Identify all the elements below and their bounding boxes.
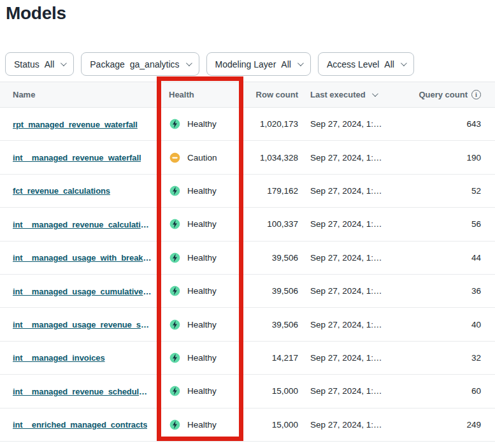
healthy-bolt-seal-icon <box>169 285 181 297</box>
chevron-down-icon <box>298 60 304 66</box>
health-status-label: Healthy <box>187 320 217 329</box>
table-row: int__managed_revenue_calculations Health… <box>0 208 495 241</box>
health-status-label: Healthy <box>187 386 217 396</box>
last-executed-cell: Sep 27, 2024, 1:… <box>301 119 397 129</box>
healthy-bolt-seal-icon <box>169 118 181 130</box>
model-name-link[interactable]: int__managed_revenue_calculations <box>13 220 152 229</box>
column-header-last-executed-label: Last executed <box>310 90 366 99</box>
table-row: int__managed_usage_revenue_sc… Healthy 3… <box>0 308 495 341</box>
filter-access-level[interactable]: Access Level All <box>318 52 414 76</box>
row-count-cell: 39,506 <box>244 286 301 296</box>
table-body: rpt_managed_revenue_waterfall Healthy 1,… <box>0 108 495 442</box>
filter-modeling-layer-value: All <box>281 59 291 69</box>
filter-status[interactable]: Status All <box>5 52 74 76</box>
last-executed-cell: Sep 27, 2024, 1:… <box>301 353 397 363</box>
table-row: int__enriched_managed_contracts Healthy … <box>0 408 495 442</box>
healthy-bolt-seal-icon <box>169 352 181 364</box>
column-header-row-count: Row count <box>244 90 301 99</box>
chevron-down-icon <box>401 60 407 66</box>
health-status-label: Healthy <box>187 119 217 129</box>
row-count-cell: 100,337 <box>244 219 301 229</box>
query-count-cell: 32 <box>397 353 495 363</box>
query-count-cell: 52 <box>397 186 495 196</box>
filter-access-level-value: All <box>384 59 394 69</box>
page-title: Models <box>6 3 66 24</box>
health-status-label: Healthy <box>187 186 217 196</box>
model-name-link[interactable]: rpt_managed_revenue_waterfall <box>13 120 138 129</box>
model-name-link[interactable]: int__managed_usage_revenue_sc… <box>13 320 152 329</box>
filter-modeling-layer[interactable]: Modeling Layer All <box>206 52 311 76</box>
health-status-label: Healthy <box>187 219 217 229</box>
model-name-link[interactable]: int__managed_invoices <box>13 353 105 363</box>
model-name-link[interactable]: int__managed_usage_cumulative_… <box>13 287 152 296</box>
query-count-cell: 44 <box>397 253 495 263</box>
filter-status-label: Status <box>14 59 39 69</box>
row-count-cell: 1,020,173 <box>244 119 301 129</box>
filter-access-level-label: Access Level <box>327 59 379 69</box>
healthy-bolt-seal-icon <box>169 185 181 197</box>
column-header-name: Name <box>0 90 156 99</box>
last-executed-cell: Sep 27, 2024, 1:… <box>301 386 397 396</box>
row-count-cell: 179,162 <box>244 186 301 196</box>
health-status-label: Healthy <box>187 253 217 263</box>
health-icon <box>169 352 181 364</box>
query-count-cell: 36 <box>397 286 495 296</box>
model-name-link[interactable]: int__managed_usage_with_breaka… <box>13 253 152 263</box>
filter-modeling-layer-label: Modeling Layer <box>215 59 276 69</box>
health-status-label: Caution <box>187 153 217 163</box>
model-name-link[interactable]: int__managed_revenue_schedule_… <box>13 387 152 396</box>
healthy-bolt-seal-icon <box>169 218 181 230</box>
last-executed-cell: Sep 27, 2024, 1:… <box>301 320 397 329</box>
filter-status-value: All <box>45 59 55 69</box>
row-count-cell: 1,034,328 <box>244 153 301 163</box>
chevron-down-icon <box>186 60 192 66</box>
query-count-cell: 60 <box>397 386 495 396</box>
last-executed-cell: Sep 27, 2024, 1:… <box>301 286 397 296</box>
healthy-bolt-seal-icon <box>169 419 181 431</box>
row-count-cell: 39,506 <box>244 253 301 263</box>
filter-package[interactable]: Package ga_analytics <box>81 52 199 76</box>
health-icon <box>169 252 181 264</box>
info-circle-icon[interactable]: i <box>471 90 481 99</box>
health-icon <box>169 152 181 164</box>
health-status-label: Healthy <box>187 286 217 296</box>
healthy-bolt-seal-icon <box>169 385 181 397</box>
last-executed-cell: Sep 27, 2024, 1:… <box>301 219 397 229</box>
filter-package-label: Package <box>90 59 124 69</box>
filter-bar: Status All Package ga_analytics Modeling… <box>5 52 414 76</box>
health-icon <box>169 319 181 331</box>
row-count-cell: 39,506 <box>244 320 301 329</box>
model-name-link[interactable]: fct_revenue_calculations <box>13 186 110 196</box>
query-count-cell: 56 <box>397 219 495 229</box>
health-status-label: Healthy <box>187 420 217 430</box>
caution-seal-icon <box>169 152 181 164</box>
health-icon <box>169 185 181 197</box>
healthy-bolt-seal-icon <box>169 252 181 264</box>
last-executed-cell: Sep 27, 2024, 1:… <box>301 420 397 430</box>
row-count-cell: 15,000 <box>244 386 301 396</box>
query-count-cell: 643 <box>397 119 495 129</box>
health-icon <box>169 118 181 130</box>
column-header-last-executed[interactable]: Last executed <box>310 90 397 99</box>
query-count-cell: 40 <box>397 320 495 329</box>
table-row: rpt_managed_revenue_waterfall Healthy 1,… <box>0 108 495 141</box>
table-row: int__managed_revenue_schedule_… Healthy … <box>0 375 495 408</box>
model-name-link[interactable]: int__managed_revenue_waterfall <box>13 153 141 163</box>
chevron-down-icon <box>61 60 67 66</box>
healthy-bolt-seal-icon <box>169 319 181 331</box>
query-count-cell: 249 <box>397 420 495 430</box>
filter-package-value: ga_analytics <box>130 59 180 69</box>
table-row: int__managed_invoices Healthy 14,217 Sep… <box>0 342 495 375</box>
query-count-cell: 190 <box>397 153 495 163</box>
last-executed-cell: Sep 27, 2024, 1:… <box>301 186 397 196</box>
health-icon <box>169 419 181 431</box>
model-name-link[interactable]: int__enriched_managed_contracts <box>13 420 147 430</box>
table-row: int__managed_usage_with_breaka… Healthy … <box>0 242 495 275</box>
column-header-health: Health <box>156 90 244 99</box>
sort-chevron-down-icon <box>372 90 378 97</box>
models-table: Name Health Row count Last executed Quer… <box>0 82 495 442</box>
table-row: fct_revenue_calculations Healthy 179,162… <box>0 175 495 208</box>
health-icon <box>169 285 181 297</box>
last-executed-cell: Sep 27, 2024, 1:… <box>301 253 397 263</box>
table-header-row: Name Health Row count Last executed Quer… <box>0 82 495 108</box>
